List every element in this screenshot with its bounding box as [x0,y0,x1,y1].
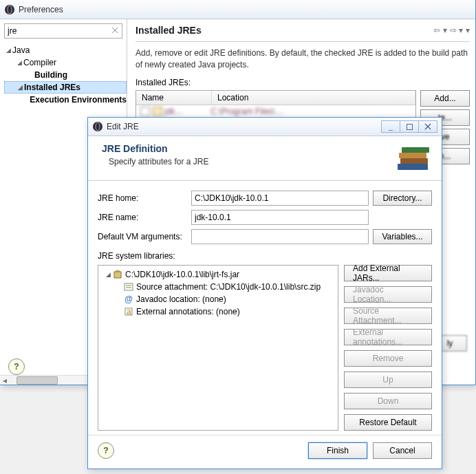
lib-annotations-text: External annotations: (none) [136,307,240,316]
tree-item-building[interactable]: Building [4,69,127,81]
default-vm-label: Default VM arguments: [98,232,187,241]
clear-filter-icon[interactable] [110,25,120,35]
divider [136,41,470,42]
remove-lib-button[interactable]: Remove [344,350,432,367]
library-buttons: Add External JARs... Javadoc Location...… [344,265,432,431]
javadoc-icon: @ [123,294,134,305]
lib-javadoc-node[interactable]: @ Javadoc location: (none) [100,293,336,305]
default-vm-input[interactable] [191,229,369,244]
lib-javadoc-text: Javadoc location: (none) [136,294,226,304]
preferences-title: Preferences [19,5,471,14]
tree-item-execution-env[interactable]: Execution Environments [4,94,127,106]
source-attachment-button[interactable]: Source Attachment... [344,308,432,324]
menu-icon[interactable]: ▾ [466,25,470,35]
collapse-icon: ◢ [4,47,12,54]
svg-line-12 [425,124,431,129]
column-name[interactable]: Name [136,91,212,105]
svg-rect-10 [407,124,412,129]
dialog-banner: JRE Definition Specify attributes for a … [88,136,442,181]
eclipse-icon [4,4,15,15]
jre-name-label: JRE name: [98,213,187,222]
history-nav: ⇦ ▾ ⇨ ▾ ▾ [433,25,470,35]
svg-point-8 [93,122,102,131]
scroll-left-icon[interactable]: ◂ [0,376,10,385]
help-area: ? [8,358,25,375]
finish-button[interactable]: Finish [308,442,367,459]
collapse-icon: ◢ [16,84,24,91]
lib-jar-text: C:\JDK10\jdk-10.0.1\lib\jrt-fs.jar [125,270,239,279]
add-external-jars-button[interactable]: Add External JARs... [344,265,432,281]
eclipse-icon [92,121,103,132]
svg-rect-17 [114,272,121,278]
edit-jre-titlebar[interactable]: Edit JRE _ [88,118,442,136]
javadoc-location-button[interactable]: Javadoc Location... [344,286,432,303]
external-annotations-button[interactable]: External annotations... [344,329,432,345]
directory-button[interactable]: Directory... [373,191,432,206]
filter-input[interactable] [4,23,122,39]
svg-rect-18 [116,270,120,272]
jre-icon [153,107,162,116]
svg-rect-15 [402,147,429,153]
lib-source-text: Source attachment: C:\JDK10\jdk-10.0.1\l… [136,282,321,292]
sys-libs-label: JRE system libraries: [98,251,432,261]
svg-line-11 [425,124,431,129]
jre-home-label: JRE home: [98,193,187,203]
variables-button[interactable]: Variables... [373,229,432,244]
column-location[interactable]: Location [212,91,415,105]
svg-text:a: a [127,307,131,316]
help-button[interactable]: ? [98,442,114,459]
lib-jar-node[interactable]: ◢ C:\JDK10\jdk-10.0.1\lib\jrt-fs.jar [100,268,336,281]
jar-icon [112,269,123,280]
table-label: Installed JREs: [136,78,470,87]
svg-rect-13 [400,158,428,164]
forward-icon[interactable]: ⇨ ▾ [450,25,463,35]
scroll-thumb[interactable] [17,376,58,385]
filter-container [4,23,122,39]
svg-rect-19 [125,283,133,290]
lib-annotations-node[interactable]: a External annotations: (none) [100,305,336,318]
source-icon [123,281,134,292]
table-header: Name Location [136,91,415,105]
edit-jre-dialog: Edit JRE _ JRE Definition Specify attrib… [87,117,442,469]
tree-item-java[interactable]: ◢Java [4,44,127,56]
banner-title: JRE Definition [102,143,395,154]
maximize-icon [407,124,413,130]
add-button[interactable]: Add... [420,90,470,107]
page-description: Add, remove or edit JRE definitions. By … [136,47,470,71]
page-heading: Installed JREs [136,25,433,36]
books-icon [395,143,432,173]
close-button[interactable] [418,120,437,133]
edit-jre-title: Edit JRE [107,122,382,131]
annotations-icon: a [123,306,134,317]
lib-source-node[interactable]: Source attachment: C:\JDK10\jdk-10.0.1\l… [100,281,336,293]
tree-item-compiler[interactable]: ◢Compiler [4,56,127,69]
maximize-button[interactable] [400,120,419,133]
tree-item-installed-jres[interactable]: ◢Installed JREs [4,81,127,94]
table-row[interactable]: jdk…C:\Program Files\… [136,105,415,118]
svg-rect-14 [399,153,426,158]
down-button[interactable]: Down [344,393,432,409]
jre-name-input[interactable] [191,210,369,225]
collapse-icon: ◢ [104,271,112,278]
preferences-titlebar[interactable]: Preferences [0,0,475,19]
banner-subtitle: Specify attributes for a JRE [109,157,395,166]
restore-default-button[interactable]: Restore Default [344,414,432,431]
cancel-button[interactable]: Cancel [373,442,432,459]
close-icon [424,123,431,130]
dialog-footer: ? Finish Cancel [88,435,442,468]
jre-home-input[interactable] [191,191,369,206]
system-libraries-tree[interactable]: ◢ C:\JDK10\jdk-10.0.1\lib\jrt-fs.jar Sou… [98,265,338,431]
help-button[interactable]: ? [8,358,25,375]
collapse-icon: ◢ [15,59,23,66]
svg-point-4 [5,5,14,14]
checkbox[interactable] [140,107,150,116]
minimize-button[interactable]: _ [381,120,400,133]
svg-rect-16 [398,164,428,170]
up-button[interactable]: Up [344,371,432,388]
back-icon[interactable]: ⇦ ▾ [433,25,446,35]
